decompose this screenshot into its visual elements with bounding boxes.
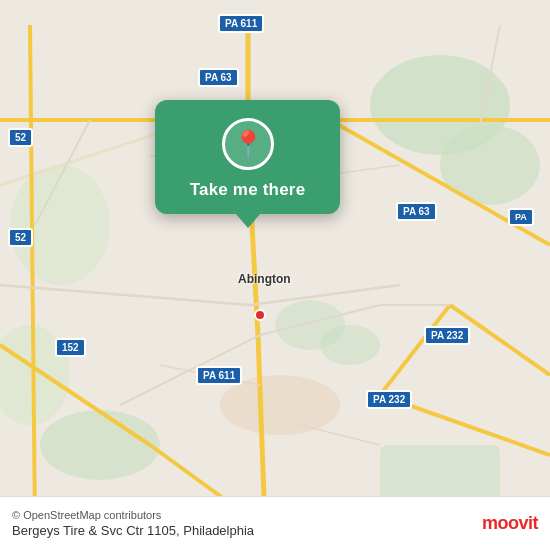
osm-attribution: © OpenStreetMap contributors [12,509,254,521]
road-shield-pa-right: PA [508,208,534,226]
road-shield-pa232-right: PA 232 [424,326,470,345]
moovit-text: moovit [482,513,538,534]
svg-point-6 [10,165,110,285]
location-pin-circle: 📍 [222,118,274,170]
road-shield-pa152: 152 [55,338,86,357]
road-shield-pa611-top: PA 611 [218,14,264,33]
popup-card: 📍 Take me there [155,100,340,214]
take-me-there-button[interactable]: Take me there [190,180,306,200]
svg-line-22 [0,285,250,305]
svg-line-16 [30,25,35,525]
moovit-logo: moovit [482,513,538,534]
place-label-abington: Abington [238,272,291,286]
svg-line-23 [250,285,400,305]
road-shield-pa63-right: PA 63 [396,202,437,221]
svg-line-21 [380,305,450,395]
svg-point-2 [40,410,160,480]
road-shield-pa52-top: 52 [8,128,33,147]
svg-point-4 [320,325,380,365]
road-shield-pa52-mid: 52 [8,228,33,247]
location-text: Bergeys Tire & Svc Ctr 1105, Philadelphi… [12,523,254,538]
svg-point-33 [255,310,265,320]
road-shield-pa63-left: PA 63 [198,68,239,87]
map-container: PA 611 PA 63 PA 63 52 52 152 PA 611 PA 2… [0,0,550,550]
svg-line-31 [300,425,380,445]
bottom-bar: © OpenStreetMap contributors Bergeys Tir… [0,496,550,550]
road-shield-pa232-bot: PA 232 [366,390,412,409]
location-pin-icon: 📍 [232,129,264,160]
road-shield-pa611-bot: PA 611 [196,366,242,385]
